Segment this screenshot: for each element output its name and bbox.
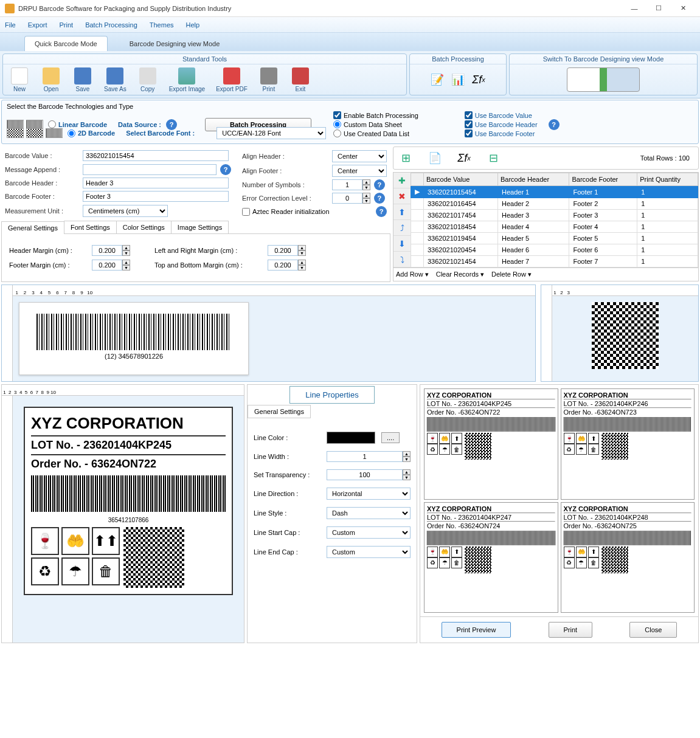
grid-down-icon[interactable]: ⬇ [393, 236, 411, 252]
handle-care-icon: 🤲 [61, 527, 89, 555]
batch-tool-fx[interactable]: Σfx [469, 71, 488, 88]
print-button-bottom[interactable]: Print [549, 622, 593, 638]
barcode-footer-input[interactable] [83, 191, 229, 202]
grid-up-icon[interactable]: ⬆ [393, 204, 411, 220]
enable-batch-checkbox[interactable]: Enable Batch Processing [333, 111, 418, 119]
barcode-font-select[interactable]: UCC/EAN-128 Font [217, 127, 326, 139]
radio-linear[interactable]: Linear Barcode [48, 120, 107, 128]
menu-export[interactable]: Export [28, 21, 47, 29]
table-row[interactable]: 3362021019454Header 5Footer 51 [411, 233, 698, 244]
radio-created-list[interactable]: Use Created Data List [333, 129, 418, 137]
switch-mode-icon[interactable] [567, 67, 640, 92]
barcode-number: (12) 345678901226 [105, 353, 163, 360]
line-width-input[interactable] [327, 451, 403, 462]
color-picker-button[interactable]: .... [381, 432, 400, 443]
close-button[interactable]: ✕ [671, 1, 695, 16]
properties-tab[interactable]: General Settings [248, 405, 311, 418]
fx-icon[interactable]: Σfx [454, 150, 474, 167]
line-color-swatch[interactable] [327, 432, 375, 444]
help-icon[interactable]: ? [376, 206, 387, 217]
batch-tool-1[interactable]: 📝 [428, 71, 447, 88]
close-button-bottom[interactable]: Close [629, 622, 677, 638]
header-margin-input[interactable] [92, 245, 122, 256]
batch-tool-2[interactable]: 📊 [448, 71, 468, 88]
footer-margin-input[interactable] [92, 260, 122, 271]
export-image-button[interactable]: Export Image [164, 66, 210, 94]
save-as-button[interactable]: Save As [99, 66, 131, 94]
transparency-input[interactable] [327, 469, 403, 480]
label-order: Order No. - 63624ON722 [31, 458, 226, 471]
table-row[interactable]: ▶3362021015454Header 1Footer 11 [411, 186, 698, 198]
help-icon[interactable]: ? [166, 119, 177, 130]
grid-bottom-icon[interactable]: ⤵ [393, 252, 411, 267]
tab-quick-mode[interactable]: Quick Barcode Mode [24, 36, 108, 51]
label-thumbnail[interactable]: XYZ CORPORATIONLOT No. - 236201404KP247O… [424, 502, 558, 613]
aztec-checkbox[interactable]: Aztec Reader initialization? [242, 206, 387, 217]
barcode-value-input[interactable] [83, 150, 229, 161]
radio-custom-sheet[interactable]: Custom Data Sheet [333, 120, 418, 128]
use-footer-checkbox[interactable]: Use Barcode Footer [465, 129, 538, 137]
tb-margin-input[interactable] [268, 260, 298, 271]
align-footer-label: Align Footer : [242, 167, 327, 174]
menu-help[interactable]: Help [186, 21, 200, 29]
label-thumbnail[interactable]: XYZ CORPORATIONLOT No. - 236201404KP245O… [424, 388, 558, 500]
tab-design-mode[interactable]: Barcode Designing view Mode [120, 36, 230, 51]
table-row[interactable]: 3362021018454Header 4Footer 41 [411, 221, 698, 233]
grid-top-icon[interactable]: ⤴ [393, 220, 411, 236]
menu-themes[interactable]: Themes [150, 21, 174, 29]
line-style-select[interactable]: Dash [327, 507, 411, 519]
radio-2d[interactable]: 2D Barcode [68, 129, 115, 137]
help-icon[interactable]: ? [374, 179, 385, 190]
delete-row-button[interactable]: Delete Row ▾ [491, 271, 532, 278]
label-design[interactable]: XYZ CORPORATION LOT No. - 236201404KP245… [24, 407, 233, 595]
table-row[interactable]: 3362021017454Header 3Footer 31 [411, 210, 698, 221]
tab-image-settings[interactable]: Image Settings [171, 221, 229, 233]
minimize-button[interactable]: — [622, 1, 646, 16]
message-append-input[interactable] [83, 164, 217, 175]
table-row[interactable]: 3362021016454Header 2Footer 21 [411, 198, 698, 210]
print-button[interactable]: Print [254, 66, 284, 94]
tab-general-settings[interactable]: General Settings [1, 221, 64, 234]
new-button[interactable]: New [4, 66, 35, 94]
ribbon: Standard Tools New Open Save Save As Cop… [0, 51, 700, 98]
excel-icon[interactable]: ⊞ [396, 150, 415, 167]
label-thumbnail[interactable]: XYZ CORPORATIONLOT No. - 236201404KP248O… [561, 502, 695, 613]
align-header-select[interactable]: Center [332, 150, 387, 162]
label-thumbnail[interactable]: XYZ CORPORATIONLOT No. - 236201404KP246O… [561, 388, 695, 500]
help-icon[interactable]: ? [549, 119, 560, 130]
lr-margin-input[interactable] [268, 245, 298, 256]
import-icon[interactable]: 📄 [425, 150, 445, 167]
table-row[interactable]: 3362021021454Header 7Footer 71 [411, 256, 698, 267]
print-preview-button[interactable]: Print Preview [442, 622, 511, 638]
line-direction-select[interactable]: Horizontal [327, 488, 411, 500]
use-value-checkbox[interactable]: Use Barcode Value [465, 111, 538, 119]
barcode-header-input[interactable] [83, 178, 229, 188]
export-icon[interactable]: ⊟ [483, 150, 503, 167]
measurement-unit-select[interactable]: Centimeters (cm) [83, 205, 168, 217]
copy-button[interactable]: Copy [133, 66, 163, 94]
save-button[interactable]: Save [68, 66, 98, 94]
help-icon[interactable]: ? [374, 193, 385, 204]
menu-batch[interactable]: Batch Processing [85, 21, 137, 29]
tab-font-settings[interactable]: Font Settings [64, 221, 117, 233]
help-icon[interactable]: ? [220, 164, 231, 175]
add-row-button[interactable]: Add Row ▾ [396, 271, 429, 278]
maximize-button[interactable]: ☐ [646, 1, 671, 16]
open-button[interactable]: Open [36, 66, 66, 94]
use-header-checkbox[interactable]: Use Barcode Header [465, 120, 538, 128]
grid-add-icon[interactable]: ✚ [393, 173, 411, 188]
menu-print[interactable]: Print [60, 21, 74, 29]
exit-button[interactable]: Exit [285, 66, 316, 94]
clear-records-button[interactable]: Clear Records ▾ [436, 271, 484, 278]
export-pdf-button[interactable]: Export PDF [211, 66, 252, 94]
table-row[interactable]: 3362021020454Header 6Footer 61 [411, 244, 698, 256]
line-end-cap-select[interactable]: Custom [327, 546, 411, 558]
tab-color-settings[interactable]: Color Settings [116, 221, 172, 233]
menu-file[interactable]: File [5, 21, 16, 29]
grid-delete-icon[interactable]: ✖ [393, 188, 411, 204]
align-footer-select[interactable]: Center [332, 165, 387, 177]
menubar: File Export Print Batch Processing Theme… [0, 17, 700, 33]
line-start-cap-select[interactable]: Custom [327, 526, 411, 539]
num-symbols-input[interactable] [332, 179, 362, 190]
error-correction-input[interactable] [332, 193, 362, 204]
